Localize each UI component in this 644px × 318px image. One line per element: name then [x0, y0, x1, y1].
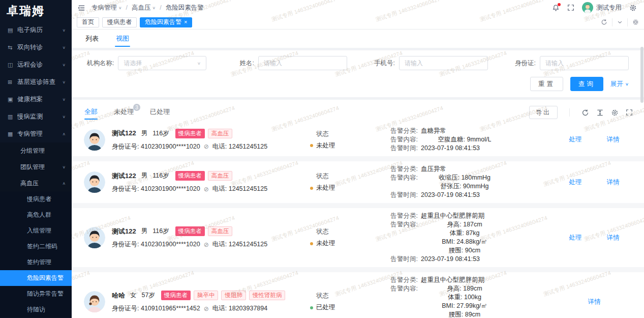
view-tab[interactable]: 列表: [84, 30, 100, 48]
field-input[interactable]: ∨: [118, 56, 206, 70]
notification-bell-icon[interactable]: [552, 4, 560, 12]
sidebar-item[interactable]: 入组管理: [0, 223, 72, 239]
status-filter-tab[interactable]: 全部: [84, 107, 98, 122]
open-tab[interactable]: 慢病患者: [102, 17, 137, 27]
filter-buttons: 重置 查询 展开 ∨: [87, 77, 629, 91]
alert-content: 空腹血糖: 9mmol/L: [421, 135, 508, 144]
chevron-icon: ∨: [62, 45, 66, 50]
phone-disabled-icon: ⊘: [204, 186, 209, 193]
detail-link[interactable]: 详情: [607, 178, 620, 187]
sidebar-item[interactable]: ⇆ 双向转诊 ∨: [0, 39, 72, 56]
alert-category: 血压异常: [421, 165, 446, 174]
patient-info: 测试122 男 116岁 慢病患者高血压 身份证号: 4102301900***…: [84, 226, 310, 249]
detail-link[interactable]: 详情: [588, 298, 601, 306]
refresh-tags-icon[interactable]: [601, 19, 607, 25]
patient-avatar: [84, 227, 105, 248]
avatar: [582, 2, 593, 13]
breadcrumb-item[interactable]: 高血压 ∨: [132, 4, 156, 12]
detail-link[interactable]: 详情: [607, 234, 620, 242]
status-filter-tab[interactable]: 已处理: [150, 107, 170, 122]
sidebar-item[interactable]: 待随访: [0, 302, 72, 317]
sidebar-item[interactable]: 分组管理: [0, 142, 72, 159]
patient-name: 测试122: [112, 129, 136, 138]
patient-gender: 女: [130, 291, 137, 300]
alert-detail-column: 告警分类: 超重且中心型肥胖前期 告警内容: 身高: 189cm体重: 100k…: [386, 276, 557, 318]
chevron-icon: ∨: [62, 28, 66, 33]
sidebar-item[interactable]: ▣ 健康档案 ∨: [0, 91, 72, 108]
patient-tags: 慢病患者高血压: [175, 226, 233, 236]
open-tab[interactable]: 首页: [77, 17, 99, 27]
patient-tags: 慢病患者高血压: [175, 129, 233, 138]
patient-id-number: 身份证号: 4102301900****1020: [112, 185, 200, 193]
status-column: 状态 未处理: [310, 130, 386, 150]
alert-category: 血糖异常: [421, 127, 446, 135]
alert-content: 收缩压: 180mmHg舒张压: 90mmHg: [421, 174, 508, 191]
settings-gear-icon[interactable]: [629, 4, 637, 12]
sidebar-item[interactable]: ▦ 专病管理 ∧: [0, 125, 72, 142]
detail-link[interactable]: 详情: [607, 135, 620, 144]
open-tab[interactable]: 危险因素告警 ×: [140, 17, 192, 27]
list-header: 全部 未处理 3 已处理 导出: [72, 100, 644, 123]
user-name: 测试专用: [596, 4, 622, 12]
sidebar-item[interactable]: ▤ 电子病历 ∨: [0, 21, 72, 39]
count-badge: 3: [133, 104, 140, 111]
sidebar-item[interactable]: 签约二维码: [0, 239, 72, 254]
user-menu[interactable]: 测试专用: [582, 2, 622, 13]
sidebar-item[interactable]: ◫ 远程会诊 ∨: [0, 56, 72, 73]
patient-age: 116岁: [152, 227, 169, 236]
handle-link[interactable]: 处理: [569, 135, 582, 144]
status-column: 状态 未处理: [310, 227, 386, 248]
sidebar-item[interactable]: 高危人群: [0, 207, 72, 223]
sidebar-item[interactable]: 危险因素告警: [0, 270, 72, 286]
field-input[interactable]: [399, 56, 488, 70]
status-filter-tab[interactable]: 未处理 3: [114, 107, 134, 122]
patient-id-number: 身份证号: 4109101965****1452: [112, 304, 200, 313]
sidebar-item[interactable]: ⊞ 基层巡诊筛查 ∨: [0, 73, 72, 91]
field-input[interactable]: [540, 56, 629, 70]
row-density-icon[interactable]: [596, 109, 604, 117]
breadcrumb-item[interactable]: 专病管理 ∨: [91, 4, 122, 12]
column-settings-gear-icon[interactable]: [611, 109, 619, 117]
scrollbar[interactable]: [640, 32, 643, 317]
alert-content: 身高: 189cm体重: 100kgBMI: 27.99kg/㎡腰围: 89cm: [421, 284, 508, 318]
alert-row: 测试122 男 116岁 慢病患者高血压 身份证号: 4102301900***…: [72, 123, 644, 156]
expand-filters-link[interactable]: 展开 ∨: [610, 80, 629, 89]
chevron-down-icon: ∨: [118, 6, 122, 10]
patient-info: 哈哈 女 57岁 慢病患者脑卒中慢阻肺慢性肾脏病 身份证号: 410910196…: [84, 291, 310, 313]
fullscreen-icon[interactable]: [567, 4, 574, 11]
content-fullscreen-icon[interactable]: [632, 19, 639, 25]
alert-time: 2023-07-19 08:41:53: [421, 191, 480, 199]
alert-rows: 测试122 男 116岁 慢病患者高血压 身份证号: 4102301900***…: [72, 123, 644, 318]
sidebar-item[interactable]: 随访异常告警: [0, 286, 72, 302]
handle-link[interactable]: 处理: [569, 234, 582, 242]
sidebar-item[interactable]: 团队管理 ∨: [0, 159, 72, 175]
sidebar-collapse-icon[interactable]: [78, 4, 85, 12]
breadcrumb-item[interactable]: 危险因素告警: [166, 4, 204, 12]
sidebar-item[interactable]: 慢病患者: [0, 191, 72, 207]
brand-logo: 卓瑞姆: [0, 0, 72, 21]
handle-link[interactable]: 处理: [569, 178, 582, 187]
view-tab[interactable]: 视图: [115, 30, 130, 48]
reset-button[interactable]: 重置: [530, 77, 563, 91]
table-fullscreen-icon[interactable]: [626, 109, 633, 116]
close-icon[interactable]: ×: [184, 19, 187, 25]
patient-gender: 男: [141, 227, 148, 236]
patient-avatar: [84, 129, 105, 151]
sidebar-item[interactable]: ▥ 慢病监测 ∨: [0, 108, 72, 125]
patient-tags: 慢病患者脑卒中慢阻肺慢性肾脏病: [161, 291, 286, 300]
patient-tag: 慢病患者: [175, 129, 205, 138]
patient-avatar: [84, 171, 105, 193]
patient-phone: 电话: 12451245125: [212, 240, 267, 249]
row-actions: 处理详情: [557, 178, 632, 187]
refresh-list-icon[interactable]: [581, 109, 589, 117]
export-button[interactable]: 导出: [529, 106, 558, 119]
scrollbar-thumb[interactable]: [640, 47, 643, 103]
field-input[interactable]: [258, 56, 347, 70]
screening-icon: ⊞: [8, 79, 17, 85]
query-button[interactable]: 查询: [570, 77, 603, 91]
sidebar-item[interactable]: 高血压 ∧: [0, 175, 72, 191]
patient-age: 116岁: [152, 171, 169, 180]
status-text: 已处理: [316, 303, 335, 312]
tags-chevron-down-icon[interactable]: [617, 19, 623, 25]
sidebar-item[interactable]: 签约管理: [0, 254, 72, 270]
